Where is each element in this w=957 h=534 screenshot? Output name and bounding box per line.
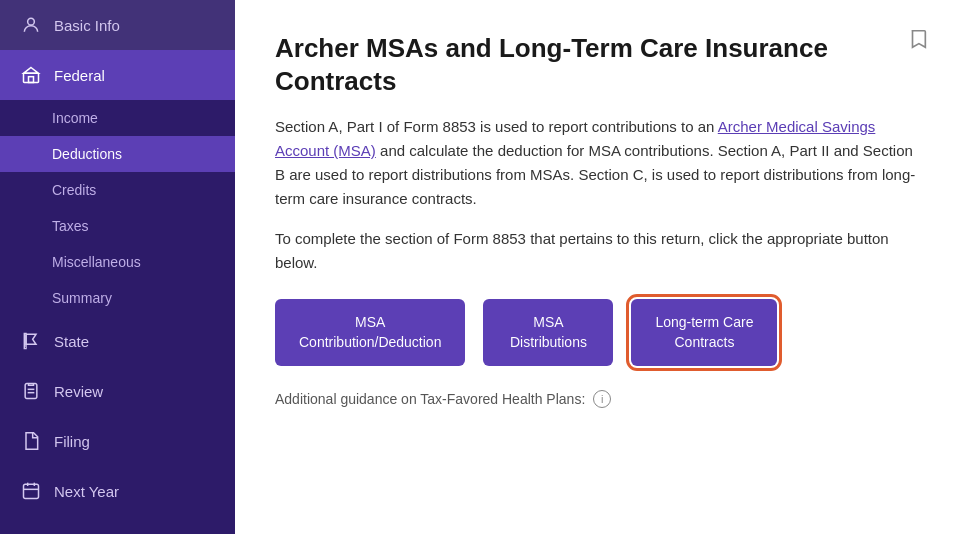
sidebar-label-state: State [54, 333, 89, 350]
sidebar-sub-taxes[interactable]: Taxes [0, 208, 235, 244]
page-title: Archer MSAs and Long-Term Care Insurance… [275, 32, 917, 97]
sidebar-sub-credits[interactable]: Credits [0, 172, 235, 208]
msa-contribution-button[interactable]: MSAContribution/Deduction [275, 299, 465, 366]
sidebar-sub-label-taxes: Taxes [52, 218, 89, 234]
paragraph-1-before-link: Section A, Part I of Form 8853 is used t… [275, 118, 718, 135]
info-icon[interactable]: i [593, 390, 611, 408]
sidebar-label-federal: Federal [54, 67, 105, 84]
svg-rect-7 [24, 484, 39, 498]
sidebar-item-federal[interactable]: Federal [0, 50, 235, 100]
paragraph-2: To complete the section of Form 8853 tha… [275, 227, 917, 275]
sidebar-item-state[interactable]: State [0, 316, 235, 366]
sidebar-sub-label-credits: Credits [52, 182, 96, 198]
sidebar-sub-deductions[interactable]: Deductions [0, 136, 235, 172]
sidebar-label-basic-info: Basic Info [54, 17, 120, 34]
guidance-row: Additional guidance on Tax-Favored Healt… [275, 390, 917, 408]
document-icon [20, 430, 42, 452]
paragraph-1: Section A, Part I of Form 8853 is used t… [275, 115, 917, 211]
main-content: Archer MSAs and Long-Term Care Insurance… [235, 0, 957, 534]
sidebar-sub-label-summary: Summary [52, 290, 112, 306]
bookmark-button[interactable] [907, 28, 929, 54]
long-term-care-button[interactable]: Long-term CareContracts [631, 299, 777, 366]
sidebar-item-next-year[interactable]: Next Year [0, 466, 235, 516]
msa-distributions-button[interactable]: MSADistributions [483, 299, 613, 366]
person-icon [20, 14, 42, 36]
sidebar-sub-income[interactable]: Income [0, 100, 235, 136]
sidebar: Basic Info Federal Income Deductions Cre… [0, 0, 235, 534]
svg-rect-2 [29, 77, 34, 83]
sidebar-sub-miscellaneous[interactable]: Miscellaneous [0, 244, 235, 280]
sidebar-sub-label-income: Income [52, 110, 98, 126]
svg-rect-1 [24, 73, 39, 82]
sidebar-item-basic-info[interactable]: Basic Info [0, 0, 235, 50]
guidance-text: Additional guidance on Tax-Favored Healt… [275, 391, 585, 407]
clipboard-icon [20, 380, 42, 402]
calendar-icon [20, 480, 42, 502]
sidebar-label-next-year: Next Year [54, 483, 119, 500]
sidebar-sub-label-deductions: Deductions [52, 146, 122, 162]
sidebar-item-review[interactable]: Review [0, 366, 235, 416]
sidebar-item-filing[interactable]: Filing [0, 416, 235, 466]
building-icon [20, 64, 42, 86]
svg-point-0 [28, 18, 35, 25]
sidebar-label-filing: Filing [54, 433, 90, 450]
form-buttons-row: MSAContribution/Deduction MSADistributio… [275, 299, 917, 366]
sidebar-label-review: Review [54, 383, 103, 400]
flag-icon [20, 330, 42, 352]
sidebar-sub-label-miscellaneous: Miscellaneous [52, 254, 141, 270]
sidebar-sub-summary[interactable]: Summary [0, 280, 235, 316]
